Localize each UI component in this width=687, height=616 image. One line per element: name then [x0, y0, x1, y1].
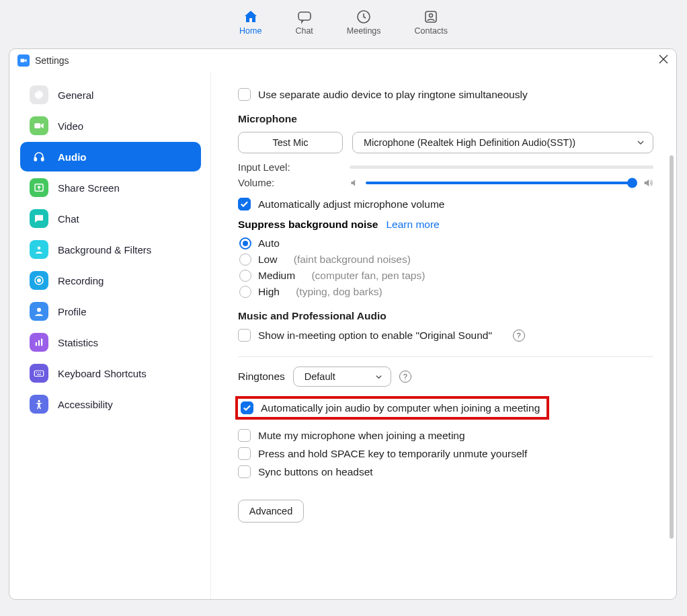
chevron-down-icon [375, 373, 382, 381]
sidebar-item-shortcuts[interactable]: Keyboard Shortcuts [20, 358, 201, 388]
hint-noise-medium: (computer fan, pen taps) [311, 270, 425, 282]
sidebar-item-label: Chat [58, 213, 79, 225]
svg-rect-17 [34, 371, 44, 376]
slider-thumb[interactable] [627, 178, 637, 188]
mic-device-select[interactable]: Microphone (Realtek High Definition Audi… [352, 132, 653, 153]
radio-noise-auto[interactable] [239, 237, 251, 249]
audio-settings-panel: Use separate audio device to play ringto… [211, 72, 676, 599]
sidebar-item-chat[interactable]: Chat [20, 204, 201, 233]
radio-noise-medium[interactable] [239, 270, 251, 282]
hint-noise-high: (typing, dog barks) [296, 286, 382, 298]
label-noise-auto: Auto [258, 237, 280, 249]
sidebar-item-recording[interactable]: Recording [20, 266, 201, 295]
svg-rect-8 [42, 158, 44, 161]
sidebar-item-background[interactable]: Background & Filters [20, 235, 201, 264]
checkbox-original-sound[interactable] [238, 329, 251, 342]
svg-point-3 [430, 13, 433, 17]
checkbox-mute-on-join[interactable] [238, 429, 251, 442]
sidebar-item-general[interactable]: General [20, 80, 201, 110]
checkbox-sync-headset[interactable] [238, 465, 251, 478]
settings-sidebar: General Video Audio Share Screen Chat Ba… [9, 72, 211, 599]
contacts-icon [423, 9, 439, 25]
nav-meetings-label: Meetings [347, 26, 381, 36]
label-auto-join: Automatically join audio by computer whe… [261, 402, 540, 414]
volume-low-icon [350, 178, 359, 188]
chevron-down-icon [637, 139, 645, 147]
share-icon [30, 178, 48, 197]
svg-rect-15 [38, 340, 40, 346]
svg-rect-0 [298, 12, 311, 20]
settings-window: Settings General Video Audio Share Scree… [9, 48, 677, 600]
ringtone-select[interactable]: Default [293, 367, 391, 387]
svg-rect-16 [41, 339, 42, 346]
keyboard-icon [30, 364, 48, 383]
sidebar-item-label: Share Screen [58, 182, 120, 194]
radio-noise-high[interactable] [239, 286, 251, 298]
svg-point-13 [37, 308, 41, 312]
checkbox-separate-device[interactable] [238, 88, 251, 101]
stats-icon [30, 333, 48, 352]
hint-noise-low: (faint background noises) [294, 254, 411, 266]
top-nav: Home Chat Meetings Contacts [0, 0, 687, 44]
svg-rect-21 [37, 375, 41, 375]
chat-bubble-icon [30, 209, 48, 228]
label-noise-medium: Medium [258, 270, 295, 282]
headphones-icon [30, 147, 48, 166]
ringtones-label: Ringtones [238, 371, 285, 383]
mic-device-value: Microphone (Realtek High Definition Audi… [364, 137, 575, 148]
nav-home-label: Home [239, 26, 261, 36]
highlighted-setting: Automatically join audio by computer whe… [235, 396, 549, 420]
divider [238, 356, 653, 357]
learn-more-link[interactable]: Learn more [386, 219, 439, 231]
record-icon [30, 271, 48, 290]
radio-noise-low[interactable] [239, 254, 251, 266]
nav-chat[interactable]: Chat [295, 9, 313, 36]
chat-icon [296, 9, 313, 25]
sidebar-item-label: Profile [58, 306, 87, 317]
label-mute-on-join: Mute my microphone when joining a meetin… [258, 430, 465, 442]
close-button[interactable] [659, 54, 668, 67]
sidebar-item-accessibility[interactable]: Accessibility [20, 389, 201, 419]
mic-volume-slider[interactable] [366, 182, 636, 184]
label-separate-device: Use separate audio device to play ringto… [258, 89, 528, 101]
sidebar-item-audio[interactable]: Audio [20, 142, 201, 171]
checkbox-auto-adjust[interactable] [238, 198, 251, 210]
ringtone-value: Default [305, 371, 335, 382]
advanced-button[interactable]: Advanced [238, 500, 304, 523]
label-auto-adjust: Automatically adjust microphone volume [258, 198, 444, 210]
section-music: Music and Professional Audio [238, 310, 653, 322]
svg-point-22 [38, 400, 40, 402]
checkbox-space-unmute[interactable] [238, 447, 251, 460]
section-suppress-noise: Suppress background noise [238, 219, 378, 231]
sidebar-item-statistics[interactable]: Statistics [20, 328, 201, 357]
nav-contacts[interactable]: Contacts [415, 9, 448, 36]
sidebar-item-label: Accessibility [58, 399, 113, 410]
nav-home[interactable]: Home [239, 9, 261, 36]
section-microphone: Microphone [238, 113, 653, 125]
sidebar-item-profile[interactable]: Profile [20, 297, 201, 326]
svg-rect-14 [36, 342, 37, 346]
sidebar-item-share[interactable]: Share Screen [20, 173, 201, 202]
sidebar-item-video[interactable]: Video [20, 111, 201, 141]
app-icon [17, 54, 30, 67]
help-ringtones[interactable]: ? [399, 371, 411, 383]
nav-contacts-label: Contacts [415, 26, 448, 36]
svg-rect-4 [21, 59, 25, 63]
checkbox-auto-join[interactable] [241, 401, 253, 414]
svg-point-12 [37, 278, 41, 282]
label-sync-headset: Sync buttons on headset [258, 466, 373, 478]
sidebar-item-label: Background & Filters [58, 244, 151, 256]
nav-meetings[interactable]: Meetings [347, 9, 381, 36]
test-mic-button[interactable]: Test Mic [238, 132, 343, 153]
input-level-meter [350, 165, 653, 169]
sidebar-item-label: Video [58, 120, 83, 132]
home-icon [243, 9, 259, 25]
input-level-label: Input Level: [238, 161, 343, 173]
sidebar-item-label: Keyboard Shortcuts [58, 368, 147, 379]
label-space-unmute: Press and hold SPACE key to temporarily … [258, 448, 527, 460]
window-title: Settings [35, 55, 69, 66]
volume-label: Volume: [238, 177, 343, 188]
svg-rect-7 [34, 158, 36, 161]
help-original-sound[interactable]: ? [513, 330, 525, 342]
svg-point-19 [38, 373, 40, 374]
